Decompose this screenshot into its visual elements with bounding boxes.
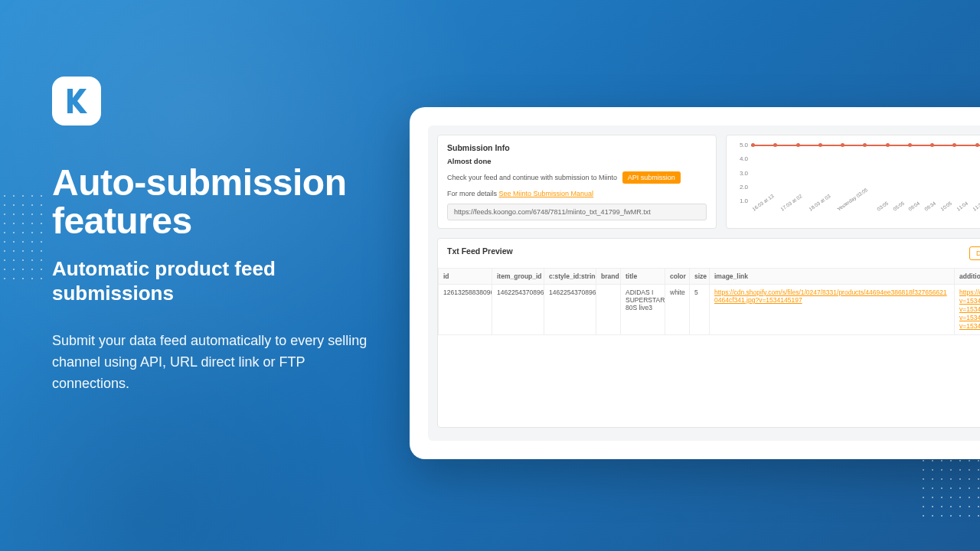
submission-check-line: Check your feed and continue with submis… bbox=[447, 171, 707, 184]
table-row: 12613258838096 1462254370896 14622543708… bbox=[439, 285, 981, 335]
col-id: id bbox=[439, 269, 492, 285]
chart-y-axis: 5.0 4.0 3.0 2.0 1.0 bbox=[733, 142, 748, 204]
cell-color: white bbox=[665, 285, 690, 335]
feed-preview-panel: Txt Feed Preview Dow id item_group_id c:… bbox=[437, 238, 980, 428]
hero-title: Auto-submission features bbox=[52, 164, 381, 241]
api-submission-button[interactable]: API submission bbox=[622, 171, 681, 184]
additional-link[interactable]: v=1534145197? bbox=[959, 322, 980, 331]
cell-image-link: https://cdn.shopify.com/s/files/1/0247/8… bbox=[710, 285, 955, 335]
feed-table: id item_group_id c:style_id:string brand… bbox=[438, 268, 980, 335]
y-tick: 3.0 bbox=[733, 170, 748, 177]
y-tick: 2.0 bbox=[733, 184, 748, 191]
table-header-row: id item_group_id c:style_id:string brand… bbox=[439, 269, 981, 285]
download-button[interactable]: Dow bbox=[969, 246, 980, 260]
cell-title: ADIDAS I SUPERSTAR 80S live3 bbox=[621, 285, 665, 335]
feed-url-field[interactable]: https://feeds.koongo.com/6748/7811/miint… bbox=[447, 204, 707, 220]
image-link[interactable]: https://cdn.shopify.com/s/files/1/0247/8… bbox=[714, 289, 947, 304]
submission-manual-link[interactable]: See Miinto Submission Manual bbox=[499, 190, 594, 197]
col-title: title bbox=[621, 269, 665, 285]
chart-point bbox=[930, 143, 934, 147]
chart-panel: 5.0 4.0 3.0 2.0 1.0 bbox=[726, 135, 980, 229]
brand-logo bbox=[52, 77, 101, 126]
cell-brand bbox=[596, 285, 621, 335]
y-tick: 5.0 bbox=[733, 142, 748, 148]
additional-link[interactable]: v=1534145197? bbox=[959, 297, 980, 305]
submission-status: Almost done bbox=[447, 157, 707, 165]
col-c-style: c:style_id:string bbox=[544, 269, 596, 285]
cell-additional: https://cdn.shop v=1534145197? v=1534145… bbox=[955, 285, 981, 335]
chart-point bbox=[841, 143, 844, 147]
chart-point bbox=[773, 143, 777, 147]
chart-point bbox=[818, 143, 822, 147]
additional-link[interactable]: v=1534145197? bbox=[959, 314, 980, 322]
col-brand: brand bbox=[596, 269, 621, 285]
chart-area: 5.0 4.0 3.0 2.0 1.0 bbox=[733, 142, 980, 218]
chart-point bbox=[952, 143, 956, 147]
submission-panel-title: Submission Info bbox=[447, 143, 707, 152]
chart-x-axis: 16.03 at 13 17.03 at 02 18.03 at 03 Yest… bbox=[751, 204, 980, 218]
details-prefix: For more details bbox=[447, 190, 499, 197]
col-additional: additional_imag bbox=[955, 269, 981, 285]
col-image-link: image_link bbox=[710, 269, 955, 285]
additional-link[interactable]: https://cdn.shop bbox=[959, 289, 980, 297]
hero-body: Submit your data feed automatically to e… bbox=[52, 331, 381, 395]
chart-point bbox=[886, 143, 890, 147]
submission-info-panel: Submission Info Almost done Check your f… bbox=[437, 135, 717, 229]
chart-point bbox=[863, 143, 867, 147]
app-screenshot: Submission Info Almost done Check your f… bbox=[428, 126, 980, 441]
preview-title: Txt Feed Preview bbox=[447, 246, 513, 256]
y-tick: 1.0 bbox=[733, 197, 748, 204]
submission-details: For more details See Miinto Submission M… bbox=[447, 190, 707, 197]
cell-id: 12613258838096 bbox=[439, 285, 492, 335]
decorative-dots bbox=[0, 191, 46, 283]
y-tick: 4.0 bbox=[733, 155, 748, 162]
chart-point bbox=[796, 143, 800, 147]
chart-point bbox=[751, 143, 755, 147]
cell-size: 5 bbox=[690, 285, 710, 335]
chart-point bbox=[975, 143, 979, 147]
hero-subtitle: Automatic product feed submissions bbox=[52, 256, 381, 306]
col-color: color bbox=[665, 269, 690, 285]
logo-k-icon bbox=[61, 86, 92, 116]
submission-check-text: Check your feed and continue with submis… bbox=[447, 174, 617, 181]
cell-item-group-id: 1462254370896 bbox=[492, 285, 544, 335]
cell-c-style: 1462254370896 bbox=[544, 285, 596, 335]
chart-point bbox=[908, 143, 912, 147]
col-size: size bbox=[690, 269, 710, 285]
device-frame: Submission Info Almost done Check your f… bbox=[410, 107, 980, 459]
additional-link[interactable]: v=1534145197? bbox=[959, 305, 980, 314]
col-item-group-id: item_group_id bbox=[492, 269, 544, 285]
